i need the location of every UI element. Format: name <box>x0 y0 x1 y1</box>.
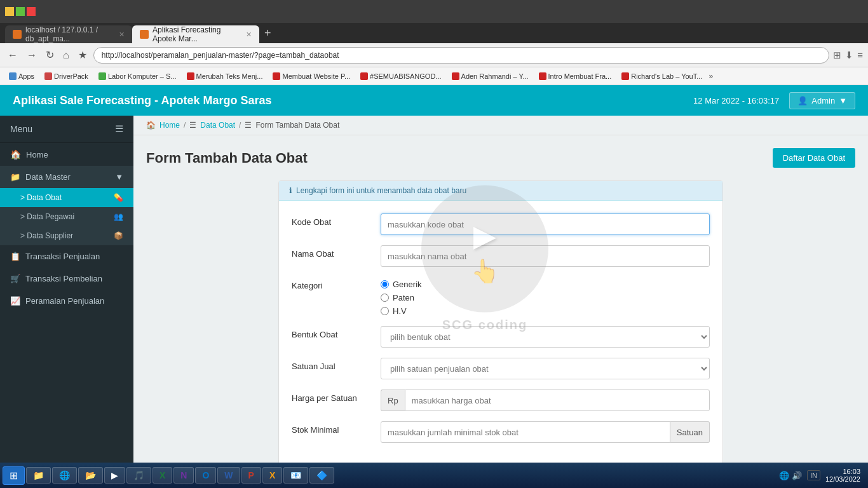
tab-2[interactable]: Aplikasi Forecasting Apotek Mar... ✕ <box>132 25 259 43</box>
sidebar-data-master-header[interactable]: 📁 Data Master ▼ <box>0 166 133 188</box>
extensions-icon[interactable]: ⊞ <box>833 50 841 61</box>
bookmarks-more[interactable]: » <box>709 72 713 81</box>
form-card-header: ℹ Lengkapi form ini untuk menambah data … <box>279 181 722 201</box>
form-hint-text: Lengkapi form ini untuk menambah data ob… <box>296 186 466 195</box>
kategori-paten[interactable]: Paten <box>381 293 422 302</box>
kategori-hv[interactable]: H.V <box>381 306 422 316</box>
forward-btn[interactable]: → <box>24 48 39 62</box>
bookmark-richard[interactable]: Richard's Lab – YouT... <box>618 71 706 81</box>
data-obat-label: > Data Obat <box>20 193 62 202</box>
bentuk-obat-label: Bentuk Obat <box>292 326 374 339</box>
reload-btn[interactable]: ↻ <box>43 48 57 62</box>
bookmark-driverpack-icon <box>44 72 52 80</box>
kategori-hv-radio[interactable] <box>381 307 389 315</box>
bentuk-obat-select[interactable]: pilih bentuk obat <box>381 326 710 348</box>
home-nav-btn[interactable]: ⌂ <box>60 48 72 62</box>
kategori-radio-group: Generik Paten H.V <box>381 277 422 316</box>
bookmarks-bar: Apps DriverPack Labor Komputer – S... Me… <box>0 67 868 85</box>
sidebar-menu-header: Menu ☰ <box>0 116 133 143</box>
kode-obat-input[interactable] <box>381 214 710 235</box>
kategori-generik[interactable]: Generik <box>381 280 422 289</box>
stok-input[interactable] <box>381 421 670 443</box>
transaksi-pembelian-icon: 🛒 <box>10 274 20 283</box>
stok-input-group: Satuan <box>381 421 710 443</box>
bookmark-intro-label: Intro Membuat Fra... <box>548 72 612 80</box>
stok-unit: Satuan <box>670 421 710 443</box>
bookmark-apps[interactable]: Apps <box>5 71 38 81</box>
transaksi-penjualan-label: Transaksi Penjualan <box>25 252 100 261</box>
data-supplier-label: > Data Supplier <box>20 231 73 240</box>
app-title: Aplikasi Sale Forecasting - Apotek Margo… <box>13 94 271 107</box>
admin-button[interactable]: 👤 Admin ▼ <box>789 92 855 109</box>
form-group-satuan-jual: Satuan Jual pilih satuan penjualan obat <box>292 358 710 379</box>
page-header: Form Tambah Data Obat Daftar Data Obat <box>146 148 855 168</box>
bookmark-website-icon <box>273 72 280 80</box>
sidebar-item-home[interactable]: 🏠 Home <box>0 143 133 166</box>
back-btn[interactable]: ← <box>5 48 20 62</box>
breadcrumb-current: Form Tambah Data Obat <box>255 121 339 130</box>
content-area: 🏠 Home / ☰ Data Obat / ☰ Form Tambah Dat… <box>133 116 868 463</box>
kategori-paten-label: Paten <box>393 293 414 302</box>
satuan-jual-select[interactable]: pilih satuan penjualan obat <box>381 358 710 379</box>
bookmark-nav-btn[interactable]: ★ <box>76 48 90 62</box>
sidebar-transaksi-penjualan[interactable]: 📋 Transaksi Penjualan <box>0 245 133 268</box>
bookmark-aden-icon <box>452 72 459 80</box>
bookmark-yt1-icon <box>187 72 194 80</box>
browser-chrome <box>0 0 868 23</box>
breadcrumb-data-obat-link[interactable]: Data Obat <box>200 121 235 130</box>
sidebar-toggle-icon[interactable]: ☰ <box>115 123 123 135</box>
tab-1[interactable]: localhost / 127.0.0.1 / db_apt_ma... ✕ <box>5 25 132 43</box>
bookmark-website[interactable]: Membuat Website P... <box>269 71 354 81</box>
bookmark-driverpack[interactable]: DriverPack <box>41 71 92 81</box>
sidebar-transaksi-pembelian[interactable]: 🛒 Transaksi Pembelian <box>0 268 133 290</box>
peramalan-penjualan-label: Peramalan Penjualan <box>25 296 104 306</box>
folder-icon: 📁 <box>10 172 20 182</box>
bookmark-labor-label: Labor Komputer – S... <box>108 72 177 80</box>
bookmark-labor-icon <box>98 72 106 80</box>
minimize-btn[interactable] <box>5 7 14 16</box>
kategori-hv-label: H.V <box>393 306 407 316</box>
bookmark-labor[interactable]: Labor Komputer – S... <box>95 71 180 81</box>
sidebar-data-pegawai[interactable]: > Data Pegawai 👥 <box>0 207 133 226</box>
tab-favicon-1 <box>13 30 22 39</box>
sidebar-data-obat[interactable]: > Data Obat 💊 <box>0 188 133 207</box>
breadcrumb-sep-2: / <box>239 121 241 130</box>
kategori-paten-radio[interactable] <box>381 294 389 302</box>
harga-input-group: Rp <box>381 390 710 411</box>
form-group-kode-obat: Kode Obat <box>292 214 710 235</box>
bookmark-intro[interactable]: Intro Membuat Fra... <box>535 71 616 81</box>
bookmark-aden[interactable]: Aden Rahmandi – Y... <box>448 71 532 81</box>
daftar-data-obat-button[interactable]: Daftar Data Obat <box>773 148 855 168</box>
tab-bar: localhost / 127.0.0.1 / db_apt_ma... ✕ A… <box>0 23 868 43</box>
breadcrumb: 🏠 Home / ☰ Data Obat / ☰ Form Tambah Dat… <box>133 116 868 135</box>
app-header: Aplikasi Sale Forecasting - Apotek Margo… <box>0 85 868 116</box>
new-tab-button[interactable]: + <box>259 27 276 40</box>
profile-icon[interactable]: ⬇ <box>845 50 853 61</box>
kategori-label: Kategori <box>292 277 374 290</box>
sidebar-data-supplier[interactable]: > Data Supplier 📦 <box>0 226 133 245</box>
form-hint-icon: ℹ <box>289 186 292 195</box>
nama-obat-input[interactable] <box>381 245 710 267</box>
bookmark-yt1-label: Merubah Teks Menj... <box>196 72 263 80</box>
window-controls <box>5 7 36 16</box>
data-master-label: Data Master <box>25 172 71 182</box>
bookmark-richard-label: Richard's Lab – YouT... <box>631 72 702 80</box>
maximize-btn[interactable] <box>16 7 25 16</box>
close-btn[interactable] <box>27 7 36 16</box>
address-input[interactable] <box>93 47 830 64</box>
sidebar-section-data-master: 📁 Data Master ▼ > Data Obat 💊 > Data Peg… <box>0 166 133 245</box>
admin-label: Admin <box>811 96 835 105</box>
tab-1-close[interactable]: ✕ <box>119 30 125 39</box>
tab-2-close[interactable]: ✕ <box>246 30 252 39</box>
sidebar-peramalan-penjualan[interactable]: 📈 Peramalan Penjualan <box>0 290 133 312</box>
data-obat-icon: 💊 <box>114 193 123 202</box>
breadcrumb-home-link[interactable]: Home <box>159 121 180 130</box>
harga-input[interactable] <box>405 390 710 411</box>
form-group-bentuk-obat: Bentuk Obat pilih bentuk obat <box>292 326 710 348</box>
kategori-generik-radio[interactable] <box>381 280 389 288</box>
tab-1-label: localhost / 127.0.0.1 / db_apt_ma... <box>25 25 112 43</box>
bookmark-intro-icon <box>539 72 546 80</box>
bookmark-semua[interactable]: #SEMUABISANGOD... <box>356 71 445 81</box>
menu-icon[interactable]: ≡ <box>857 50 863 60</box>
bookmark-yt1[interactable]: Merubah Teks Menj... <box>183 71 267 81</box>
